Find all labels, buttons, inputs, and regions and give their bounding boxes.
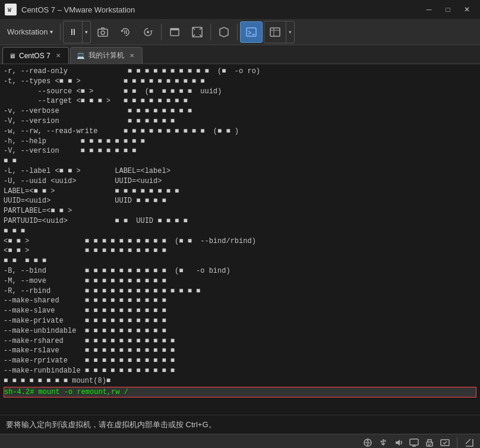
usb-icon[interactable] bbox=[377, 437, 389, 449]
terminal-line: --make-rslave ■ ■ ■ ■ ■ ■ ■ ■ ■ ■ ■ bbox=[4, 346, 476, 356]
unity-button[interactable] bbox=[213, 21, 235, 43]
terminal-line: LABEL=<■ ■ > ■ ■ ■ ■ ■ ■ ■ ■ bbox=[4, 187, 476, 197]
view-group: ▾ bbox=[264, 21, 295, 43]
terminal-line: PARTLABEL=<■ ■ > bbox=[4, 206, 476, 216]
terminal-line: -r, --read-only ■ ■ ■ ■ ■ ■ ■ ■ ■ ■ (■ -… bbox=[4, 67, 476, 77]
terminal-line: -t, --types <■ ■ > ■ ■ ■ ■ ■ ■ ■ ■ ■ ■ bbox=[4, 77, 476, 87]
guest-view-button[interactable] bbox=[264, 21, 286, 43]
terminal-line: <■ ■ > ■ ■ ■ ■ ■ ■ ■ ■ ■ ■ bbox=[4, 246, 476, 256]
svg-rect-18 bbox=[428, 445, 430, 446]
terminal-line: <■ ■ > ■ ■ ■ ■ ■ ■ ■ ■ ■ ■ (■ ■ --bind/r… bbox=[4, 236, 476, 247]
pause-icon: ⏸ bbox=[68, 27, 77, 37]
workstation-menu[interactable]: Workstation ▾ bbox=[2, 21, 58, 43]
minimize-button[interactable]: ─ bbox=[421, 4, 437, 15]
terminal-line: --target <■ ■ ■ > ■ ■ ■ ■ ■ ■ ■ ■ bbox=[4, 96, 476, 106]
sound-icon[interactable] bbox=[393, 437, 405, 449]
window-controls: ─ □ ✕ bbox=[421, 4, 475, 15]
svg-rect-19 bbox=[431, 443, 432, 443]
fullscreen-button[interactable] bbox=[187, 21, 208, 43]
terminal-line: --make-private ■ ■ ■ ■ ■ ■ ■ ■ ■ ■ bbox=[4, 316, 476, 326]
pause-button[interactable]: ⏸ bbox=[64, 21, 83, 43]
restore-button[interactable] bbox=[137, 21, 159, 43]
close-button[interactable]: ✕ bbox=[459, 4, 475, 15]
tab-centos7-icon: 🖥 bbox=[9, 52, 15, 59]
toolbar-separator-3 bbox=[210, 24, 211, 40]
svg-point-6 bbox=[147, 31, 149, 33]
revert-icon bbox=[119, 26, 131, 38]
pause-dropdown[interactable]: ▾ bbox=[83, 21, 90, 43]
guest-view-icon bbox=[269, 26, 281, 38]
svg-rect-15 bbox=[410, 439, 418, 445]
network-icon[interactable] bbox=[362, 437, 374, 449]
toolbar-separator-4 bbox=[237, 24, 238, 40]
vm-status-icon[interactable] bbox=[439, 437, 451, 449]
snapshot-icon bbox=[97, 26, 109, 38]
tab-mycomputer-close[interactable]: ✕ bbox=[128, 52, 136, 60]
svg-rect-17 bbox=[428, 444, 431, 444]
bottom-bar bbox=[0, 434, 480, 448]
terminal-line: ■ ■ bbox=[4, 156, 476, 166]
tab-centos7-label: CentOS 7 bbox=[19, 52, 50, 60]
terminal-line: -B, --bind ■ ■ ■ ■ ■ ■ ■ ■ ■ ■ (■ -o bin… bbox=[4, 266, 476, 276]
toolbar-separator-1 bbox=[60, 24, 61, 40]
svg-text:W: W bbox=[8, 7, 11, 14]
svg-point-3 bbox=[101, 31, 105, 34]
resize-icon[interactable] bbox=[463, 437, 475, 449]
svg-rect-8 bbox=[170, 29, 179, 30]
display-icon[interactable] bbox=[408, 437, 420, 449]
view-dropdown[interactable]: ▾ bbox=[286, 21, 294, 43]
terminal[interactable]: -r, --read-only ■ ■ ■ ■ ■ ■ ■ ■ ■ ■ (■ -… bbox=[0, 64, 480, 415]
restore-icon bbox=[142, 26, 154, 38]
revert-button[interactable] bbox=[115, 21, 136, 43]
svg-rect-2 bbox=[98, 29, 108, 36]
tab-mycomputer-icon: 💻 bbox=[77, 52, 85, 59]
vmware-logo: W bbox=[5, 4, 17, 15]
snapshot-button[interactable] bbox=[92, 21, 113, 43]
prompt-line[interactable]: sh-4.2# mount -o remount,rw / bbox=[4, 387, 476, 398]
svg-rect-4 bbox=[124, 30, 125, 34]
terminal-line: -M, --move ■ ■ ■ ■ ■ ■ ■ ■ ■ ■ bbox=[4, 276, 476, 286]
terminal-line: ■ ■ ■ ■ ■ ■ ■ ■ mount(8)■ bbox=[4, 376, 476, 386]
terminal-line: -V, --version ■ ■ ■ ■ ■ ■ bbox=[4, 116, 476, 127]
tab-centos7[interactable]: 🖥 CentOS 7 ✕ bbox=[2, 47, 69, 64]
printer-icon[interactable] bbox=[424, 437, 435, 449]
terminal-line: ■ ■ ■ bbox=[4, 226, 476, 236]
normal-view-icon bbox=[169, 26, 181, 38]
svg-rect-14 bbox=[384, 440, 386, 441]
status-bar: 要将输入定向到该虚拟机，请在虚拟机内部单击或按 Ctrl+G。 bbox=[0, 415, 480, 434]
pause-dropdown-arrow: ▾ bbox=[85, 29, 88, 35]
console-button[interactable] bbox=[240, 21, 263, 43]
terminal-line: --make-slave ■ ■ ■ ■ ■ ■ ■ ■ ■ ■ bbox=[4, 306, 476, 316]
unity-icon bbox=[218, 26, 230, 38]
console-icon bbox=[245, 26, 257, 38]
terminal-line: --make-unbindable ■ ■ ■ ■ ■ ■ ■ ■ ■ ■ bbox=[4, 326, 476, 336]
terminal-line: --make-runbindable ■ ■ ■ ■ ■ ■ ■ ■ ■ ■ ■ bbox=[4, 366, 476, 376]
terminal-line: -w, --rw, --read-write ■ ■ ■ ■ ■ ■ ■ ■ ■… bbox=[4, 127, 476, 137]
tab-bar: 🖥 CentOS 7 ✕ 💻 我的计算机 ✕ bbox=[0, 45, 480, 64]
pause-group: ⏸ ▾ bbox=[63, 21, 91, 43]
view-dropdown-arrow: ▾ bbox=[289, 29, 292, 35]
fullscreen-icon bbox=[191, 26, 203, 38]
normal-view-button[interactable] bbox=[164, 21, 185, 43]
maximize-button[interactable]: □ bbox=[440, 4, 456, 15]
terminal-line: --make-shared ■ ■ ■ ■ ■ ■ ■ ■ ■ ■ bbox=[4, 296, 476, 306]
tab-mycomputer-label: 我的计算机 bbox=[89, 51, 124, 61]
tab-centos7-close[interactable]: ✕ bbox=[54, 52, 62, 60]
title-bar: W CentOS 7 – VMware Workstation ─ □ ✕ bbox=[0, 0, 480, 19]
workstation-label: Workstation bbox=[7, 27, 48, 36]
terminal-line: --make-rshared ■ ■ ■ ■ ■ ■ ■ ■ ■ ■ ■ bbox=[4, 336, 476, 346]
terminal-line: -R, --rbind ■ ■ ■ ■ ■ ■ ■ ■ ■ ■ ■ ■ ■ ■ bbox=[4, 286, 476, 296]
terminal-line: -V, --version ■ ■ ■ ■ ■ ■ ■ bbox=[4, 146, 476, 156]
terminal-line: -h, --help ■ ■ ■ ■ ■ ■ ■ ■ bbox=[4, 137, 476, 147]
svg-point-13 bbox=[381, 440, 383, 442]
terminal-line: PARTUUID=<uuid> ■ ■ UUID ■ ■ ■ ■ bbox=[4, 216, 476, 226]
terminal-line: --make-rprivate ■ ■ ■ ■ ■ ■ ■ ■ ■ ■ ■ bbox=[4, 356, 476, 366]
dropdown-arrow: ▾ bbox=[50, 29, 53, 35]
tab-mycomputer[interactable]: 💻 我的计算机 ✕ bbox=[70, 47, 143, 64]
terminal-line: UUID=<uuid> UUID ■ ■ ■ ■ bbox=[4, 196, 476, 206]
toolbar-separator-2 bbox=[161, 24, 162, 40]
terminal-line: --source <■ > ■ ■ (■ ■ ■ ■ ■ uuid) bbox=[4, 87, 476, 97]
bottom-separator bbox=[457, 437, 457, 449]
svg-rect-5 bbox=[126, 30, 127, 34]
terminal-line: -U, --uuid <uuid> UUID=<uuid> bbox=[4, 176, 476, 187]
